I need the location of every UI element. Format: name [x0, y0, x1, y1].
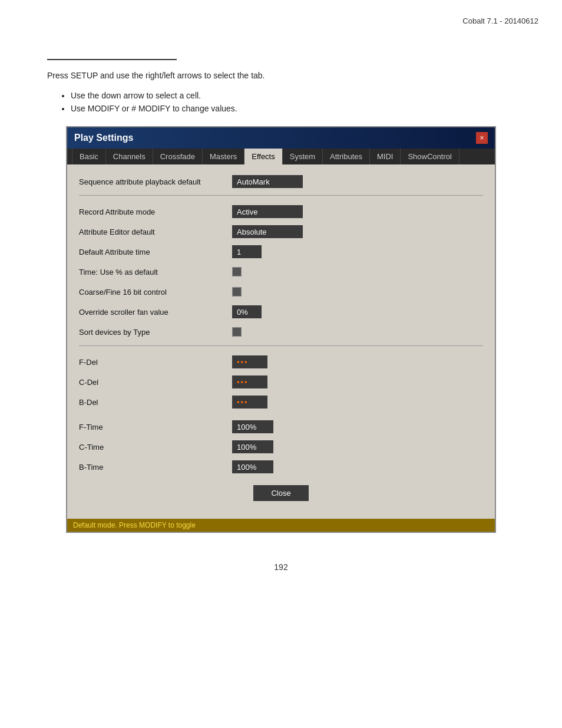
dialog-titlebar: Play Settings ×: [67, 127, 495, 149]
bdel-label: B-Del: [79, 398, 232, 407]
ctime-label: C-Time: [79, 443, 232, 452]
ftime-value[interactable]: 100%: [232, 420, 273, 433]
use-percent-label: Time: Use % as default: [79, 268, 232, 276]
ctime-value[interactable]: 100%: [232, 440, 273, 453]
dialog-close-icon-button[interactable]: ×: [476, 132, 488, 144]
sort-devices-label: Sort devices by Type: [79, 328, 232, 337]
dialog-body: Sequence attribute playback default Auto…: [67, 164, 495, 519]
use-percent-row: Time: Use % as default: [79, 264, 483, 279]
btime-label: B-Time: [79, 463, 232, 472]
bullet-item-1: Use the down arrow to select a cell.: [71, 91, 515, 100]
override-value[interactable]: 0%: [232, 305, 262, 318]
default-time-row: Default Attribute time 1: [79, 244, 483, 259]
tab-midi[interactable]: MIDI: [370, 149, 401, 164]
sort-devices-row: Sort devices by Type: [79, 324, 483, 340]
btime-value[interactable]: 100%: [232, 460, 273, 473]
override-label: Override scroller fan value: [79, 308, 232, 317]
instruction-part1: Press SETUP and use the right/left arrow…: [47, 71, 249, 80]
sort-devices-checkbox[interactable]: [232, 327, 242, 337]
dialog-title: Play Settings: [74, 133, 133, 143]
override-row: Override scroller fan value 0%: [79, 304, 483, 319]
sequence-value[interactable]: AutoMark: [232, 175, 303, 188]
close-button[interactable]: Close: [253, 485, 308, 501]
cdel-label: C-Del: [79, 378, 232, 387]
ftime-label: F-Time: [79, 423, 232, 431]
default-time-value[interactable]: 1: [232, 245, 262, 258]
tab-system[interactable]: System: [283, 149, 323, 164]
attr-editor-value[interactable]: Absolute: [232, 225, 303, 238]
sequence-row: Sequence attribute playback default Auto…: [79, 174, 483, 189]
use-percent-checkbox[interactable]: [232, 267, 242, 276]
instruction-part2: tab.: [251, 71, 265, 80]
cdel-row: C-Del •••: [79, 374, 483, 390]
page-number: 192: [47, 562, 515, 572]
tab-masters[interactable]: Masters: [203, 149, 244, 164]
attr-editor-row: Attribute Editor default Absolute: [79, 224, 483, 239]
ftime-row: F-Time 100%: [79, 419, 483, 434]
coarse-fine-row: Coarse/Fine 16 bit control: [79, 284, 483, 299]
record-mode-row: Record Attribute mode Active: [79, 204, 483, 219]
ctime-row: C-Time 100%: [79, 439, 483, 454]
tab-channels[interactable]: Channels: [106, 149, 153, 164]
bdel-value[interactable]: •••: [232, 396, 267, 409]
attr-editor-label: Attribute Editor default: [79, 228, 232, 236]
tabs-bar: Basic Channels Crossfade Masters Effects…: [67, 149, 495, 164]
bdel-row: B-Del •••: [79, 394, 483, 410]
page-content: Press SETUP and use the right/left arrow…: [0, 0, 562, 607]
tab-effects[interactable]: Effects: [244, 149, 283, 164]
instruction-text: Press SETUP and use the right/left arrow…: [47, 71, 515, 80]
cdel-value[interactable]: •••: [232, 375, 267, 388]
dialog-footer: Close: [79, 479, 483, 509]
record-mode-label: Record Attribute mode: [79, 207, 232, 216]
separator-2: [79, 345, 483, 346]
separator-1: [79, 195, 483, 196]
fdel-value[interactable]: •••: [232, 355, 267, 368]
bullet-list: Use the down arrow to select a cell. Use…: [71, 91, 515, 113]
fdel-row: F-Del •••: [79, 354, 483, 370]
tab-crossfade[interactable]: Crossfade: [153, 149, 203, 164]
section-divider: [47, 59, 177, 60]
play-settings-dialog: Play Settings × Basic Channels Crossfade…: [66, 126, 496, 533]
btime-row: B-Time 100%: [79, 459, 483, 475]
tab-showcontrol[interactable]: ShowControl: [401, 149, 459, 164]
coarse-fine-label: Coarse/Fine 16 bit control: [79, 288, 232, 297]
sequence-label: Sequence attribute playback default: [79, 177, 232, 186]
status-bar: Default mode. Press MODIFY to toggle: [67, 519, 495, 532]
version-text: Cobalt 7.1 - 20140612: [462, 17, 538, 25]
tab-basic[interactable]: Basic: [72, 149, 106, 164]
bullet-item-2: Use MODIFY or # MODIFY to change values.: [71, 104, 515, 113]
fdel-label: F-Del: [79, 358, 232, 367]
default-time-label: Default Attribute time: [79, 248, 232, 256]
record-mode-value[interactable]: Active: [232, 205, 303, 218]
tab-attributes[interactable]: Attributes: [323, 149, 370, 164]
coarse-fine-checkbox[interactable]: [232, 287, 242, 297]
